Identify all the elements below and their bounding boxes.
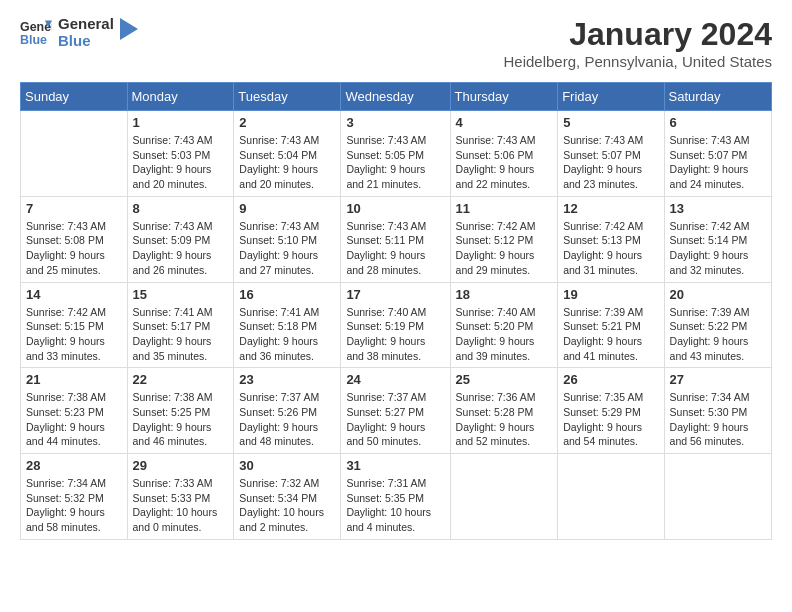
day-number: 21 (26, 372, 122, 387)
svg-text:Blue: Blue (20, 32, 47, 46)
day-info: Sunrise: 7:40 AMSunset: 5:19 PMDaylight:… (346, 305, 444, 364)
day-info: Sunrise: 7:43 AMSunset: 5:08 PMDaylight:… (26, 219, 122, 278)
header-cell-thursday: Thursday (450, 83, 558, 111)
day-number: 25 (456, 372, 553, 387)
day-info: Sunrise: 7:42 AMSunset: 5:14 PMDaylight:… (670, 219, 766, 278)
header-cell-friday: Friday (558, 83, 664, 111)
month-title: January 2024 (504, 16, 773, 53)
day-info: Sunrise: 7:35 AMSunset: 5:29 PMDaylight:… (563, 390, 658, 449)
day-info: Sunrise: 7:38 AMSunset: 5:23 PMDaylight:… (26, 390, 122, 449)
calendar-cell: 29Sunrise: 7:33 AMSunset: 5:33 PMDayligh… (127, 454, 234, 540)
calendar-cell: 6Sunrise: 7:43 AMSunset: 5:07 PMDaylight… (664, 111, 771, 197)
day-info: Sunrise: 7:43 AMSunset: 5:05 PMDaylight:… (346, 133, 444, 192)
day-number: 12 (563, 201, 658, 216)
calendar-week-row: 1Sunrise: 7:43 AMSunset: 5:03 PMDaylight… (21, 111, 772, 197)
day-number: 5 (563, 115, 658, 130)
calendar-cell: 14Sunrise: 7:42 AMSunset: 5:15 PMDayligh… (21, 282, 128, 368)
day-info: Sunrise: 7:42 AMSunset: 5:13 PMDaylight:… (563, 219, 658, 278)
calendar-header: SundayMondayTuesdayWednesdayThursdayFrid… (21, 83, 772, 111)
day-info: Sunrise: 7:41 AMSunset: 5:18 PMDaylight:… (239, 305, 335, 364)
logo: General Blue General Blue (20, 16, 138, 49)
day-number: 7 (26, 201, 122, 216)
calendar-cell: 19Sunrise: 7:39 AMSunset: 5:21 PMDayligh… (558, 282, 664, 368)
calendar-cell: 12Sunrise: 7:42 AMSunset: 5:13 PMDayligh… (558, 196, 664, 282)
svg-marker-3 (120, 18, 138, 40)
day-number: 6 (670, 115, 766, 130)
calendar-cell: 25Sunrise: 7:36 AMSunset: 5:28 PMDayligh… (450, 368, 558, 454)
header-row: SundayMondayTuesdayWednesdayThursdayFrid… (21, 83, 772, 111)
header-cell-saturday: Saturday (664, 83, 771, 111)
calendar-cell: 13Sunrise: 7:42 AMSunset: 5:14 PMDayligh… (664, 196, 771, 282)
calendar-cell: 3Sunrise: 7:43 AMSunset: 5:05 PMDaylight… (341, 111, 450, 197)
day-info: Sunrise: 7:37 AMSunset: 5:27 PMDaylight:… (346, 390, 444, 449)
calendar-cell (450, 454, 558, 540)
day-number: 9 (239, 201, 335, 216)
day-info: Sunrise: 7:32 AMSunset: 5:34 PMDaylight:… (239, 476, 335, 535)
calendar-cell (558, 454, 664, 540)
header-cell-wednesday: Wednesday (341, 83, 450, 111)
calendar-week-row: 7Sunrise: 7:43 AMSunset: 5:08 PMDaylight… (21, 196, 772, 282)
day-number: 23 (239, 372, 335, 387)
calendar-cell: 7Sunrise: 7:43 AMSunset: 5:08 PMDaylight… (21, 196, 128, 282)
calendar-cell: 17Sunrise: 7:40 AMSunset: 5:19 PMDayligh… (341, 282, 450, 368)
day-number: 26 (563, 372, 658, 387)
calendar-cell (21, 111, 128, 197)
day-info: Sunrise: 7:43 AMSunset: 5:07 PMDaylight:… (670, 133, 766, 192)
day-info: Sunrise: 7:43 AMSunset: 5:03 PMDaylight:… (133, 133, 229, 192)
day-number: 3 (346, 115, 444, 130)
title-area: January 2024 Heidelberg, Pennsylvania, U… (504, 16, 773, 70)
logo-line1: General (58, 16, 114, 33)
calendar-table: SundayMondayTuesdayWednesdayThursdayFrid… (20, 82, 772, 540)
calendar-cell: 11Sunrise: 7:42 AMSunset: 5:12 PMDayligh… (450, 196, 558, 282)
subtitle: Heidelberg, Pennsylvania, United States (504, 53, 773, 70)
day-info: Sunrise: 7:31 AMSunset: 5:35 PMDaylight:… (346, 476, 444, 535)
day-info: Sunrise: 7:40 AMSunset: 5:20 PMDaylight:… (456, 305, 553, 364)
day-number: 17 (346, 287, 444, 302)
calendar-cell (664, 454, 771, 540)
day-info: Sunrise: 7:43 AMSunset: 5:10 PMDaylight:… (239, 219, 335, 278)
calendar-cell: 5Sunrise: 7:43 AMSunset: 5:07 PMDaylight… (558, 111, 664, 197)
calendar-week-row: 14Sunrise: 7:42 AMSunset: 5:15 PMDayligh… (21, 282, 772, 368)
calendar-cell: 9Sunrise: 7:43 AMSunset: 5:10 PMDaylight… (234, 196, 341, 282)
day-number: 27 (670, 372, 766, 387)
calendar-body: 1Sunrise: 7:43 AMSunset: 5:03 PMDaylight… (21, 111, 772, 540)
logo-line2: Blue (58, 33, 114, 50)
day-info: Sunrise: 7:41 AMSunset: 5:17 PMDaylight:… (133, 305, 229, 364)
calendar-cell: 22Sunrise: 7:38 AMSunset: 5:25 PMDayligh… (127, 368, 234, 454)
day-info: Sunrise: 7:39 AMSunset: 5:22 PMDaylight:… (670, 305, 766, 364)
day-info: Sunrise: 7:34 AMSunset: 5:32 PMDaylight:… (26, 476, 122, 535)
calendar-week-row: 28Sunrise: 7:34 AMSunset: 5:32 PMDayligh… (21, 454, 772, 540)
page-header: General Blue General Blue January 2024 H… (20, 16, 772, 70)
day-number: 10 (346, 201, 444, 216)
day-number: 18 (456, 287, 553, 302)
header-cell-monday: Monday (127, 83, 234, 111)
calendar-cell: 28Sunrise: 7:34 AMSunset: 5:32 PMDayligh… (21, 454, 128, 540)
day-number: 28 (26, 458, 122, 473)
calendar-week-row: 21Sunrise: 7:38 AMSunset: 5:23 PMDayligh… (21, 368, 772, 454)
calendar-cell: 20Sunrise: 7:39 AMSunset: 5:22 PMDayligh… (664, 282, 771, 368)
calendar-cell: 27Sunrise: 7:34 AMSunset: 5:30 PMDayligh… (664, 368, 771, 454)
day-info: Sunrise: 7:33 AMSunset: 5:33 PMDaylight:… (133, 476, 229, 535)
logo-icon: General Blue (20, 17, 52, 49)
day-info: Sunrise: 7:39 AMSunset: 5:21 PMDaylight:… (563, 305, 658, 364)
day-number: 8 (133, 201, 229, 216)
day-info: Sunrise: 7:43 AMSunset: 5:07 PMDaylight:… (563, 133, 658, 192)
day-number: 15 (133, 287, 229, 302)
day-number: 2 (239, 115, 335, 130)
calendar-cell: 1Sunrise: 7:43 AMSunset: 5:03 PMDaylight… (127, 111, 234, 197)
day-info: Sunrise: 7:43 AMSunset: 5:06 PMDaylight:… (456, 133, 553, 192)
calendar-cell: 2Sunrise: 7:43 AMSunset: 5:04 PMDaylight… (234, 111, 341, 197)
day-number: 19 (563, 287, 658, 302)
day-info: Sunrise: 7:37 AMSunset: 5:26 PMDaylight:… (239, 390, 335, 449)
calendar-cell: 18Sunrise: 7:40 AMSunset: 5:20 PMDayligh… (450, 282, 558, 368)
day-number: 24 (346, 372, 444, 387)
day-number: 22 (133, 372, 229, 387)
day-number: 16 (239, 287, 335, 302)
day-number: 31 (346, 458, 444, 473)
header-cell-sunday: Sunday (21, 83, 128, 111)
calendar-cell: 21Sunrise: 7:38 AMSunset: 5:23 PMDayligh… (21, 368, 128, 454)
calendar-cell: 26Sunrise: 7:35 AMSunset: 5:29 PMDayligh… (558, 368, 664, 454)
day-info: Sunrise: 7:42 AMSunset: 5:12 PMDaylight:… (456, 219, 553, 278)
day-number: 30 (239, 458, 335, 473)
day-number: 4 (456, 115, 553, 130)
